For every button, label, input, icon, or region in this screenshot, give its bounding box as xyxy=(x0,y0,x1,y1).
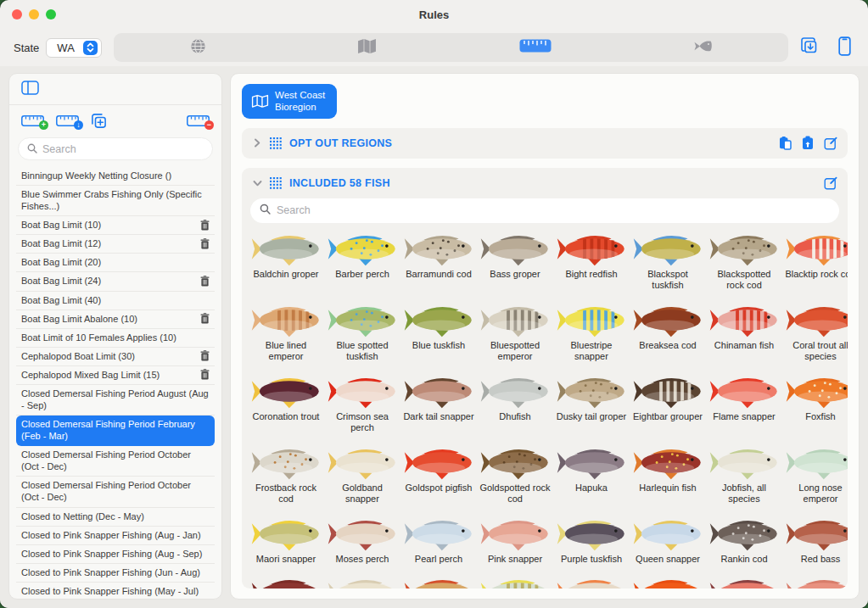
fish-item[interactable]: Coronation trout xyxy=(250,374,322,433)
fish-item[interactable]: Blackspot tuskfish xyxy=(632,231,703,291)
fish-item[interactable] xyxy=(708,576,780,588)
fish-item[interactable]: Pink snapper xyxy=(479,516,551,565)
rule-list-item[interactable]: Blue Swimmer Crabs Fishing Only (Specifi… xyxy=(16,186,215,216)
close-window-button[interactable] xyxy=(12,9,22,20)
fish-item[interactable]: Dhufish xyxy=(479,374,551,433)
paste-icon[interactable] xyxy=(802,136,814,150)
fish-item[interactable]: Blacktip rock cod xyxy=(785,231,848,291)
trash-icon[interactable] xyxy=(200,220,210,231)
fish-item[interactable]: Blackspotted rock cod xyxy=(708,231,780,291)
fish-item[interactable]: Pearl perch xyxy=(403,516,474,565)
chevron-down-icon[interactable] xyxy=(252,180,262,187)
fish-item[interactable]: Queen snapper xyxy=(632,516,703,565)
rule-list-item[interactable]: Cephalopod Mixed Bag Limit (15) xyxy=(16,366,215,385)
fish-item[interactable]: Jobfish, all species xyxy=(708,445,780,505)
fish-item[interactable]: Harlequin fish xyxy=(632,445,703,505)
fish-item[interactable]: Red bass xyxy=(785,516,848,565)
rule-list-item[interactable]: Closed to Pink Snapper Fishing (Aug - Se… xyxy=(16,545,215,564)
fish-item[interactable]: Dark tail snapper xyxy=(403,374,474,433)
fish-item[interactable]: Bluestripe snapper xyxy=(556,303,627,362)
fish-item[interactable]: Bluespotted emperor xyxy=(479,303,551,362)
fish-item[interactable]: Baldchin groper xyxy=(250,231,322,291)
minimize-window-button[interactable] xyxy=(29,9,39,20)
rule-list-item[interactable]: Closed Demersal Fishing Period August (A… xyxy=(16,385,215,416)
rule-list-item[interactable]: Closed to Netting (Dec - May) xyxy=(16,508,215,527)
fish-item[interactable]: Bight redfish xyxy=(556,231,627,291)
rule-list-item[interactable]: Boat Bag Limit (12) xyxy=(16,235,215,254)
rule-list-item[interactable]: Boat Bag Limit Abalone (10) xyxy=(16,310,215,329)
copy-icon[interactable] xyxy=(779,136,792,150)
rule-list-item[interactable]: Closed to Pink Snapper Fishing (May - Ju… xyxy=(16,583,215,599)
fish-item[interactable]: Breaksea cod xyxy=(632,303,703,362)
import-rule-button[interactable]: ↓ xyxy=(56,115,79,126)
fish-item[interactable]: Moses perch xyxy=(327,516,398,565)
fish-item[interactable] xyxy=(479,576,551,588)
fish-item[interactable] xyxy=(632,576,703,588)
rule-list-item[interactable]: Closed Demersal Fishing Period October (… xyxy=(16,446,215,477)
rule-list-item[interactable]: Boat Limit of 10 Females Applies (10) xyxy=(16,329,215,348)
chevron-right-icon[interactable] xyxy=(252,138,262,148)
fish-item[interactable]: Frostback rock cod xyxy=(250,445,322,505)
fish-item[interactable]: Purple tuskfish xyxy=(556,516,627,565)
rule-list-item[interactable]: Boat Bag Limit (20) xyxy=(16,254,215,272)
rule-list-item[interactable]: Closed to Pink Snapper Fishing (Aug - Ja… xyxy=(16,527,215,545)
fish-item[interactable]: Blue lined emperor xyxy=(250,303,322,362)
fish-search-field[interactable] xyxy=(250,198,839,223)
opt-out-regions-section[interactable]: OPT OUT REGIONS xyxy=(242,128,848,159)
fish-item[interactable]: Coral trout all species xyxy=(785,303,848,362)
device-preview-button[interactable] xyxy=(838,36,851,59)
edit-icon[interactable] xyxy=(824,137,837,150)
zoom-window-button[interactable] xyxy=(46,9,56,20)
trash-icon[interactable] xyxy=(200,238,210,249)
edit-icon[interactable] xyxy=(824,176,837,190)
fish-item[interactable]: Long nose emperor xyxy=(785,445,848,505)
fish-item[interactable]: Flame snapper xyxy=(708,374,780,433)
fish-item[interactable] xyxy=(250,576,322,588)
tab-ruler[interactable] xyxy=(451,33,620,62)
fish-item[interactable]: Barramundi cod xyxy=(403,231,474,291)
add-rule-button[interactable]: + xyxy=(21,115,44,126)
state-dropdown[interactable]: WA xyxy=(46,38,102,58)
fish-item[interactable] xyxy=(327,576,398,588)
fish-item[interactable]: Chinaman fish xyxy=(708,303,780,362)
trash-icon[interactable] xyxy=(200,313,210,324)
duplicate-rule-button[interactable] xyxy=(91,113,107,129)
fish-item[interactable]: Barber perch xyxy=(327,231,398,291)
fish-item[interactable]: Goldspot pigfish xyxy=(403,445,474,505)
fish-item[interactable]: Dusky tail groper xyxy=(556,374,627,433)
trash-icon[interactable] xyxy=(200,369,210,380)
trash-icon[interactable] xyxy=(200,350,210,361)
rule-list-item[interactable]: Closed to Pink Snapper Fishing (Jun - Au… xyxy=(16,564,215,583)
rule-list-item[interactable]: Closed Demersal Fishing Period October (… xyxy=(16,477,215,507)
fish-item[interactable]: Goldband snapper xyxy=(327,445,398,505)
tab-globe[interactable] xyxy=(114,33,283,62)
fish-item[interactable]: Maori snapper xyxy=(250,516,322,565)
fish-item[interactable] xyxy=(785,576,848,588)
sidebar-search-input[interactable] xyxy=(42,143,204,155)
sidebar-search-field[interactable] xyxy=(18,137,213,160)
tab-fish[interactable] xyxy=(619,33,788,62)
fish-item[interactable]: Rosy threadfin xyxy=(556,576,627,588)
download-rules-button[interactable] xyxy=(800,36,820,59)
fish-item[interactable]: Blue spotted tuskfish xyxy=(327,303,398,362)
toggle-sidebar-button[interactable] xyxy=(21,81,39,95)
included-fish-header[interactable]: INCLUDED 58 FISH xyxy=(242,168,848,198)
region-button[interactable]: West Coast Bioregion xyxy=(242,84,337,119)
fish-item[interactable]: Hapuka xyxy=(556,445,627,505)
tab-map[interactable] xyxy=(283,33,451,62)
rule-list-item[interactable]: Binningup Weekly Netting Closure () xyxy=(16,167,215,186)
fish-item[interactable]: Rankin cod xyxy=(708,516,780,565)
fish-item[interactable]: Foxfish xyxy=(785,374,848,433)
fish-search-input[interactable] xyxy=(277,204,830,216)
fish-item[interactable]: Bass groper xyxy=(479,231,551,291)
rule-list-item[interactable]: Cephalopod Boat Limit (30) xyxy=(16,348,215,366)
rule-list-item[interactable]: Boat Bag Limit (24) xyxy=(16,272,215,291)
fish-item[interactable]: Goldspotted rock cod xyxy=(479,445,551,505)
fish-item[interactable]: Eightbar grouper xyxy=(632,374,703,433)
trash-icon[interactable] xyxy=(200,276,210,287)
fish-item[interactable]: Blue tuskfish xyxy=(403,303,474,362)
fish-item[interactable] xyxy=(403,576,474,588)
fish-item[interactable]: Crimson sea perch xyxy=(327,374,398,433)
remove-rule-button[interactable]: − xyxy=(187,115,210,126)
rule-list-item[interactable]: Closed Demersal Fishing Period February … xyxy=(16,416,215,446)
